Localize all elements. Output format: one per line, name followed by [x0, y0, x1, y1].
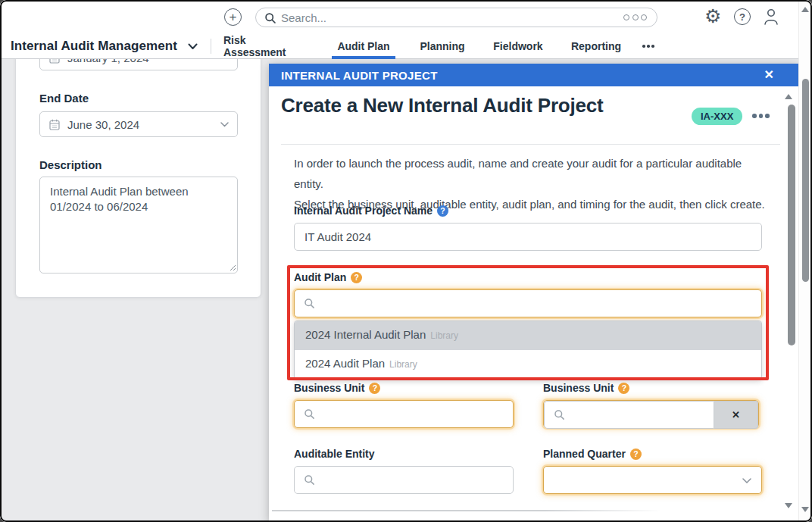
ellipsis-icon [642, 45, 645, 48]
description-label: Description [39, 158, 102, 171]
nav-divider [211, 39, 211, 54]
business-unit-right-searchbox [544, 401, 714, 429]
search-icon [554, 409, 565, 420]
audit-plan-label: Audit Plan ? [294, 271, 362, 283]
tab-audit-plan[interactable]: Audit Plan [330, 34, 397, 58]
auditable-entity-field [294, 466, 514, 494]
modal-banner-title: INTERNAL AUDIT PROJECT [281, 69, 438, 82]
library-tag: Library [430, 330, 458, 341]
help-icon[interactable]: ? [437, 205, 448, 217]
audit-plan-details-card: January 1, 2024 End Date June 30, 2024 D… [15, 42, 261, 298]
help-icon[interactable]: ? [369, 383, 380, 394]
app-window: + ⚙ ? Internal Audit Management [0, 0, 812, 522]
business-unit-right-input[interactable] [571, 402, 714, 428]
internal-audit-project-modal: INTERNAL AUDIT PROJECT ✕ Create a New In… [269, 64, 798, 522]
modal-banner: INTERNAL AUDIT PROJECT ✕ [269, 64, 798, 86]
shortcut-hint-icon [623, 14, 647, 20]
auditable-entity-label: Auditable Entity [294, 448, 375, 460]
tab-planning[interactable]: Planning [415, 34, 470, 58]
audit-plan-search-input[interactable] [321, 290, 761, 317]
audit-plan-option-2[interactable]: 2024 Audit Plan Library [295, 350, 761, 379]
settings-button[interactable]: ⚙ [704, 5, 721, 27]
page-scrollbar-thumb[interactable] [802, 79, 809, 282]
business-unit-right-label: Business Unit ? [543, 382, 629, 394]
clear-button[interactable]: ✕ [714, 401, 758, 429]
end-date-label: End Date [39, 92, 89, 105]
description-textarea[interactable]: Internal Audit Plan between 01/2024 to 0… [39, 177, 238, 274]
close-icon: ✕ [764, 68, 774, 81]
divider [281, 144, 780, 145]
audit-plan-option-1[interactable]: 2024 Internal Audit Plan Library [295, 321, 761, 350]
gear-icon: ⚙ [704, 5, 721, 27]
end-date-value: June 30, 2024 [67, 118, 139, 131]
business-unit-left-label: Business Unit ? [294, 382, 380, 394]
modal-scroll-down-arrow[interactable] [785, 503, 792, 508]
modal-scrollbar-thumb[interactable] [788, 105, 795, 345]
tab-fieldwork[interactable]: Fieldwork [491, 34, 545, 58]
audit-plan-search-field [294, 289, 762, 317]
project-name-field [294, 223, 762, 251]
planned-quarter-label: Planned Quarter ? [543, 448, 642, 460]
add-button[interactable]: + [224, 8, 242, 26]
search-icon [304, 474, 315, 486]
global-search[interactable] [255, 8, 657, 27]
chevron-down-icon [188, 43, 198, 50]
top-bar: + ⚙ ? [0, 0, 812, 34]
user-icon [762, 8, 780, 27]
profile-button[interactable] [762, 8, 780, 27]
audit-plan-dropdown: 2024 Internal Audit Plan Library 2024 Au… [294, 320, 762, 380]
business-unit-right-field: ✕ [543, 400, 759, 428]
record-id-badge: IA-XXX [692, 108, 742, 125]
close-button[interactable]: ✕ [764, 67, 774, 83]
page-scroll-down-arrow[interactable] [801, 507, 809, 512]
end-date-field[interactable]: June 30, 2024 [39, 111, 238, 137]
chevron-down-icon [742, 478, 751, 484]
chevron-down-icon [220, 122, 229, 127]
tab-risk-assessment[interactable]: Risk Assessment [223, 34, 308, 58]
business-unit-left-input[interactable] [321, 401, 513, 427]
search-icon [304, 408, 315, 420]
search-icon [304, 298, 315, 309]
calendar-icon [48, 118, 61, 131]
app-switcher[interactable]: Internal Audit Management [11, 34, 198, 58]
auditable-entity-input[interactable] [321, 467, 513, 493]
library-tag: Library [389, 359, 417, 370]
project-name-label: Internal Audit Project Name ? [294, 205, 448, 217]
modal-scroll-up-arrow[interactable] [785, 94, 792, 99]
business-unit-left-field [294, 400, 514, 428]
modal-title: Create a New Internal Audit Project [281, 94, 603, 117]
planned-quarter-select[interactable] [543, 466, 762, 494]
search-icon [264, 12, 276, 24]
nav-overflow-button[interactable] [640, 34, 657, 58]
help-icon[interactable]: ? [618, 383, 629, 394]
nav-bar: Internal Audit Management Risk Assessmen… [0, 34, 812, 59]
search-input[interactable] [281, 8, 607, 27]
more-actions-button[interactable] [752, 114, 770, 118]
page-scrollbar [798, 0, 812, 522]
divider [272, 510, 662, 511]
app-name: Internal Audit Management [11, 39, 177, 54]
help-button[interactable]: ? [734, 8, 751, 25]
ellipsis-icon [752, 114, 757, 118]
page-scroll-up-arrow[interactable] [801, 7, 809, 12]
help-icon[interactable]: ? [630, 449, 642, 460]
intro-line-1: In order to launch the process audit, na… [294, 153, 773, 194]
project-name-input[interactable] [295, 223, 761, 250]
question-icon: ? [739, 11, 745, 23]
help-icon[interactable]: ? [351, 272, 362, 283]
tab-reporting[interactable]: Reporting [570, 34, 623, 58]
clear-icon: ✕ [732, 409, 740, 420]
plus-icon: + [230, 11, 237, 23]
